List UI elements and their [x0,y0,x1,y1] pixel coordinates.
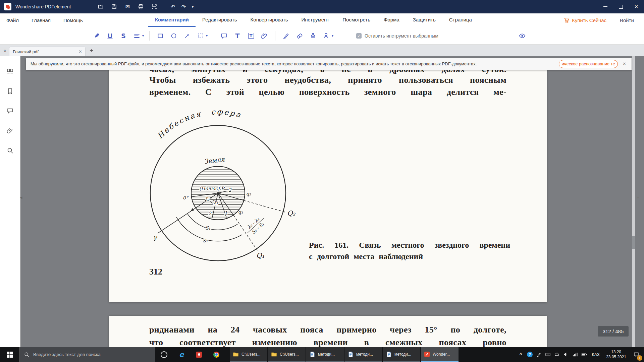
svg-text:Небесная сфера: Небесная сфера [156,110,243,140]
cortana-icon[interactable] [155,347,173,362]
sidebar-collapse-handle[interactable]: ◂ [20,194,22,200]
system-tray: ^ ? КАЗ 13:20 23.05.2021 1 [516,347,644,362]
taskbar-window-document[interactable]: методи... [383,347,420,362]
start-button[interactable] [0,347,19,362]
help-icon[interactable]: ? [525,347,534,362]
tab-view[interactable]: Посмотреть [336,13,377,27]
keep-tool-selected-checkbox[interactable]: ✓ Оставить инструмент выбранным [356,33,438,39]
tab-protect[interactable]: Защитить [406,13,442,27]
pencil-tool-button[interactable] [279,29,293,42]
vertical-scrollbar-track[interactable] [632,56,635,347]
ocr-action-button[interactable]: ическое распознавание те [559,60,618,68]
folder-icon [233,351,239,357]
tab-close-icon[interactable]: ✕ [78,49,82,54]
taskbar-window-document[interactable]: методи... [344,347,382,362]
page-text-line: что соответствует изменению времени в см… [149,338,506,347]
scan-icon[interactable] [149,2,160,12]
chrome-icon[interactable] [208,347,225,362]
window-title: Wondershare PDFelement [15,4,71,9]
strikeout-tool-button[interactable]: S [117,29,130,42]
language-indicator[interactable]: КАЗ [589,352,603,357]
volume-icon[interactable] [561,347,571,362]
ocr-notification-bar: Мы обнаружили, что это отсканированный P… [26,58,632,70]
arrow-tool-button[interactable] [180,29,194,42]
menu-home[interactable]: Главная [25,14,57,27]
open-file-icon[interactable] [95,2,106,12]
eraser-tool-button[interactable] [293,29,306,42]
pen-icon[interactable] [534,347,543,362]
quick-access-caret-icon[interactable]: ▾ [189,2,196,12]
rectangle-tool-button[interactable] [154,29,167,42]
hidden-icons-chevron[interactable]: ^ [516,347,525,362]
taskbar-window-explorer[interactable]: C:\Users... [230,347,267,362]
tab-edit[interactable]: Редактировать [196,13,244,27]
login-button[interactable]: Войти [620,17,634,23]
redo-icon[interactable]: ↷ [178,2,189,12]
underline-tool-button[interactable]: U [103,29,117,42]
keyboard-icon[interactable] [543,347,552,362]
line-style-tool-button[interactable] [130,29,144,42]
svg-text:S₂: S₂ [203,238,208,243]
comments-panel-icon[interactable] [4,106,16,116]
visibility-eye-button[interactable] [516,29,529,42]
checkbox-check-icon: ✓ [356,33,362,39]
page-indicator-badge: 312 / 485 [598,326,629,337]
tab-convert[interactable]: Конвертировать [244,13,295,27]
tab-tool[interactable]: Инструмент [295,13,336,27]
minimize-button[interactable] [598,0,613,13]
tab-form[interactable]: Форма [377,13,406,27]
print-icon[interactable] [135,2,147,12]
highlight-tool-button[interactable] [90,29,103,42]
page-text-line: временем. С этой целью поверхность земно… [149,87,506,97]
tabs-menu-icon[interactable]: « [3,48,6,54]
search-icon [24,352,29,357]
search-panel-icon[interactable] [4,145,16,156]
stamp-tool-button[interactable] [306,29,320,42]
taskbar-window-pdfelement[interactable]: Wonder... [421,347,459,362]
menu-help[interactable]: Помощь [57,14,89,27]
document-tab[interactable]: Глинский.pdf ✕ [9,47,86,56]
attachment-tool-button[interactable] [258,29,271,42]
tab-comment[interactable]: Комментарий [148,13,196,27]
battery-icon[interactable] [580,347,589,362]
email-icon[interactable]: ✉ [122,2,133,12]
tray-date: 23.05.2021 [603,355,630,360]
area-tool-button[interactable] [194,29,207,42]
bookmarks-panel-icon[interactable] [4,86,16,96]
save-icon[interactable] [108,2,120,12]
comment-tool-button[interactable] [217,29,231,42]
new-tab-button[interactable]: + [90,47,93,54]
taskbar-search-box[interactable] [19,347,155,362]
close-button[interactable]: ✕ [629,0,644,13]
vertical-scrollbar-thumb[interactable] [632,236,635,249]
search-input[interactable] [33,352,145,357]
cloud-icon[interactable] [552,347,561,362]
signature-tool-button[interactable] [320,29,333,42]
page-text-line: ридианами на 24 часовых пояса примерно ч… [149,325,506,335]
toolbar-separator [213,31,213,41]
network-icon[interactable] [571,347,580,362]
tray-time: 13:20 [603,350,630,355]
typewriter-tool-button[interactable]: T [231,29,244,42]
taskbar-clock[interactable]: 13:20 23.05.2021 [603,350,630,360]
buy-now-button[interactable]: Купить Сейчас [562,17,608,23]
app-icon-red[interactable] [190,347,208,362]
taskbar-window-explorer[interactable]: C:\Users... [268,347,306,362]
edge-icon[interactable]: e [173,347,190,362]
notification-close-icon[interactable]: ✕ [623,61,626,66]
notification-badge: 1 [637,355,642,361]
tab-page[interactable]: Страница [442,13,479,27]
thumbnails-panel-icon[interactable] [4,66,16,76]
windows-taskbar: e C:\Users... C:\Users... методи... мето… [0,347,644,362]
attachments-panel-icon[interactable] [4,126,16,136]
textbox-tool-button[interactable]: T [244,29,258,42]
maximize-button[interactable] [613,0,629,13]
page-text-line: Чтобы избежать этого неудобства, принято… [149,75,506,85]
toolbar-separator [149,31,150,41]
taskbar-window-document[interactable]: методи... [306,347,344,362]
right-panel-handle[interactable]: » [636,194,639,200]
menu-file[interactable]: Файл [0,14,25,27]
ellipse-tool-button[interactable] [167,29,180,42]
action-center-button[interactable]: 1 [630,347,643,362]
undo-icon[interactable]: ↶ [167,2,178,12]
